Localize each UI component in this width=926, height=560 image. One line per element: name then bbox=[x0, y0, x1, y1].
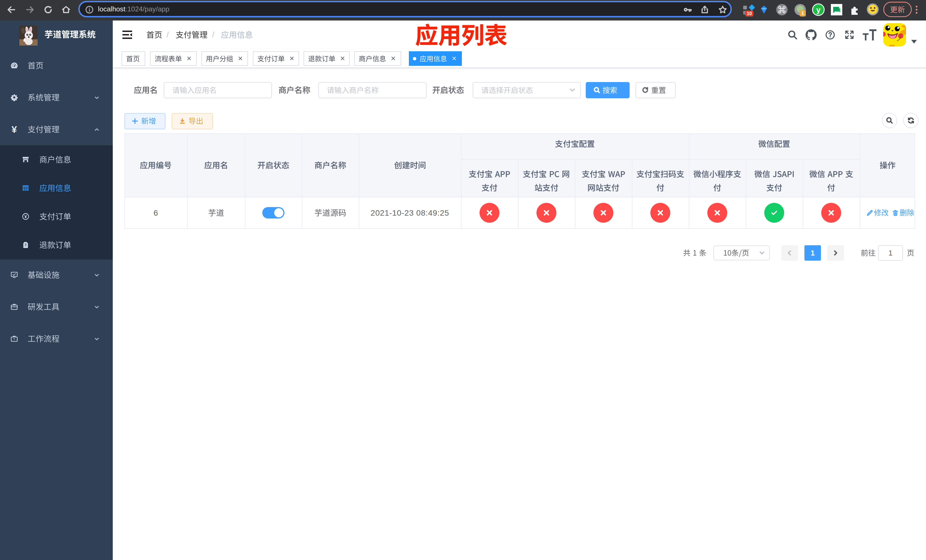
svg-text:y: y bbox=[816, 6, 820, 14]
